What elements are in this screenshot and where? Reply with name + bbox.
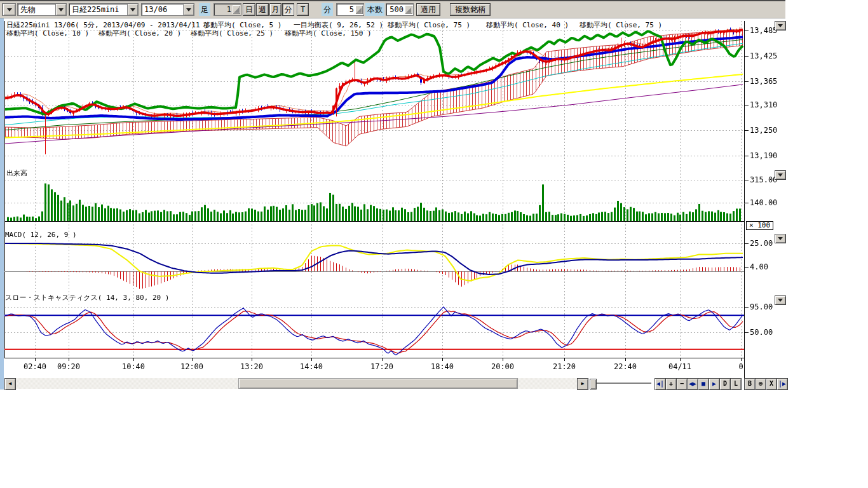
macd-panel-label: MACD( 12, 26, 9 ) bbox=[5, 231, 77, 239]
chart-canvas[interactable] bbox=[0, 0, 788, 394]
price-tick-5: 13,190 bbox=[750, 151, 777, 160]
time-tick-10: 22:40 bbox=[614, 362, 637, 371]
time-tick-5: 14:40 bbox=[300, 362, 323, 371]
scroll-left-button[interactable]: ◀ bbox=[4, 378, 16, 390]
nav-button-■[interactable]: ■ bbox=[698, 378, 709, 390]
zoom-slider-groove[interactable] bbox=[597, 383, 651, 384]
scroll-right-button[interactable]: ▶ bbox=[577, 378, 588, 390]
time-tick-12: 0 bbox=[738, 362, 743, 371]
stoch-panel-menu-button[interactable] bbox=[775, 295, 786, 305]
chart-application-window: 先物 日経225mini 13/06 足 1 日 週 月 分 T 分 5 本数 … bbox=[0, 0, 868, 488]
nav-button-+[interactable]: + bbox=[665, 378, 677, 390]
nav-button-◀|[interactable]: ◀| bbox=[654, 378, 666, 390]
time-tick-3: 12:00 bbox=[180, 362, 203, 371]
volume-tick-1: 140.00 bbox=[750, 198, 777, 207]
time-tick-8: 20:00 bbox=[491, 362, 514, 371]
chevron-down-icon bbox=[778, 299, 783, 302]
stoch-tick-0: 95.00 bbox=[750, 302, 773, 311]
nav-button-−[interactable]: − bbox=[676, 378, 688, 390]
nav-button-◀▶[interactable]: ◀▶ bbox=[687, 378, 698, 390]
stoch-tick-1: 50.00 bbox=[750, 328, 773, 337]
nav-button-▶[interactable]: ▶ bbox=[709, 378, 720, 390]
time-tick-9: 21:20 bbox=[553, 362, 576, 371]
chevron-down-icon bbox=[778, 24, 783, 27]
volume-panel-label: 出来高 bbox=[6, 168, 27, 178]
volume-multiplier-badge: × 100 bbox=[746, 221, 773, 230]
macd-tick-0: 25.00 bbox=[750, 239, 773, 248]
volume-panel-menu-button[interactable] bbox=[775, 170, 786, 180]
chevron-down-icon bbox=[778, 173, 783, 177]
stoch-panel-label: スロー・ストキャスティクス( 14, 3, 80, 20 ) bbox=[5, 293, 169, 302]
price-tick-3: 13,310 bbox=[750, 100, 777, 109]
time-tick-1: 09:20 bbox=[57, 362, 80, 371]
price-tick-0: 13,485 bbox=[750, 26, 777, 35]
scrollbar-thumb[interactable] bbox=[238, 378, 518, 389]
macd-panel-menu-button[interactable] bbox=[775, 234, 786, 243]
macd-tick-1: 4.00 bbox=[750, 262, 768, 271]
price-tick-2: 13,365 bbox=[750, 77, 777, 86]
nav-button-L[interactable]: L bbox=[730, 378, 742, 390]
nav-button-⊕[interactable]: ⊕ bbox=[755, 378, 766, 390]
time-tick-0: 02:40 bbox=[24, 362, 46, 371]
nav-button-|▶[interactable]: |▶ bbox=[776, 378, 788, 390]
price-panel-menu-button[interactable] bbox=[775, 21, 786, 30]
nav-button-D[interactable]: D bbox=[719, 378, 731, 390]
time-tick-7: 18:40 bbox=[431, 362, 454, 371]
chevron-down-icon bbox=[778, 237, 783, 240]
zoom-slider-handle[interactable] bbox=[590, 379, 597, 390]
time-tick-11: 04/11 bbox=[668, 362, 691, 371]
price-tick-1: 13,425 bbox=[750, 51, 777, 60]
price-tick-4: 13,250 bbox=[750, 126, 777, 135]
time-tick-6: 17:20 bbox=[370, 362, 393, 371]
nav-button-B[interactable]: B bbox=[744, 378, 756, 390]
nav-button-X[interactable]: X bbox=[766, 378, 777, 390]
time-tick-4: 13:20 bbox=[240, 362, 263, 371]
time-tick-2: 10:40 bbox=[122, 362, 145, 371]
volume-tick-0: 315.00 bbox=[750, 175, 777, 184]
